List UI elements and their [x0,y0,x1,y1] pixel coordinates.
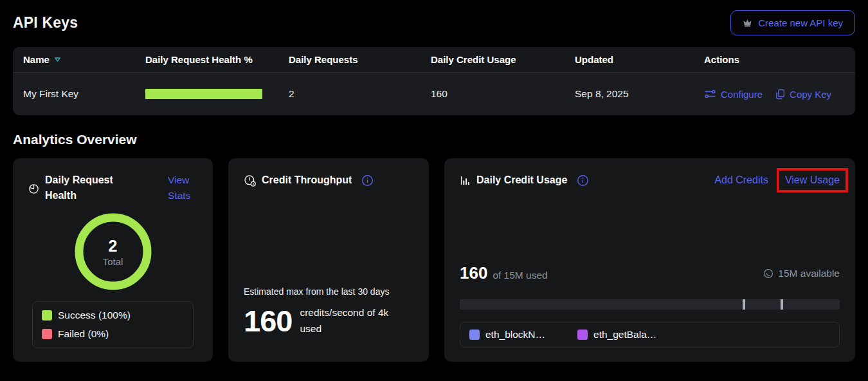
daily-credit-usage-value: 160 [431,88,575,100]
success-label: Success (100%) [58,310,131,321]
key-name: My First Key [23,88,145,100]
throughput-value-row: 160 credits/second of 4k used [244,303,413,339]
health-card-title: Daily Request Health [45,172,123,203]
copy-key-label: Copy Key [790,89,831,100]
bar-chart-icon [460,175,471,186]
updated-value: Sep 8, 2025 [575,88,704,100]
table-header-row: Name Daily Request Health % Daily Reques… [13,47,855,73]
gauge-icon [244,174,256,187]
throughput-value: 160 [244,303,292,339]
add-credits-link[interactable]: Add Credits [714,174,768,186]
daily-credit-usage-card: Daily Credit Usage Add Credits View Usag… [444,158,855,362]
legend-item-eth-blocknumber: eth_blockN… [469,329,545,340]
credits-used-suffix: of 15M used [493,270,547,281]
sort-descending-icon[interactable] [54,57,61,62]
throughput-unit: credits/second of 4k used [300,305,408,336]
health-donut-chart: 2 Total [73,212,153,292]
throughput-card-title: Credit Throughput [262,172,352,188]
progress-threshold-tick-1 [743,299,745,310]
eth-getbalance-swatch [577,330,588,340]
progress-threshold-tick-2 [781,299,783,310]
usage-progress-bar [460,299,840,310]
configure-button[interactable]: Configure [704,89,763,100]
column-actions: Actions [704,54,845,65]
failed-swatch [42,329,52,339]
column-daily-credit-usage: Daily Credit Usage [431,54,575,65]
success-swatch [42,310,52,321]
health-legend: Success (100%) Failed (0%) [32,301,194,348]
throughput-card-header: Credit Throughput [244,172,413,188]
donut-total-value: 2 [109,237,118,256]
api-keys-table: Name Daily Request Health % Daily Reques… [13,47,855,115]
view-stats-link[interactable]: View Stats [168,172,197,203]
usage-summary-row: 160 of 15M used 15M available [460,263,840,283]
dashboard-page: API Keys Create new API key Name Daily R… [0,0,868,362]
pie-chart-icon [28,183,39,194]
donut-total-label: Total [103,256,123,267]
health-bar-cell [145,89,289,99]
sliders-icon [704,89,716,98]
analytics-overview-title: Analytics Overview [13,132,855,147]
health-card-header: Daily Request Health View Stats [28,172,197,203]
usage-card-header: Daily Credit Usage Add Credits View Usag… [460,172,840,188]
legend-item-success: Success (100%) [42,310,184,321]
health-bar [145,89,262,99]
coin-icon [763,268,773,279]
daily-requests-value: 2 [289,88,431,100]
credits-available-label: 15M available [778,268,840,279]
donut-center: 2 Total [73,212,153,292]
credit-throughput-card: Credit Throughput Estimated max from the… [228,158,429,362]
copy-icon [775,89,785,100]
create-api-key-label: Create new API key [758,17,843,28]
api-keys-header: API Keys Create new API key [13,10,855,35]
column-updated: Updated [575,54,704,65]
usage-card-title: Daily Credit Usage [476,172,567,188]
info-icon[interactable] [361,174,374,187]
credits-used-value: 160 [460,263,487,283]
actions-cell: Configure Copy Key [704,89,845,100]
failed-label: Failed (0%) [58,328,109,340]
daily-request-health-card: Daily Request Health View Stats 2 Total … [13,158,213,362]
column-health: Daily Request Health % [145,54,289,65]
eth-blocknumber-swatch [469,330,480,340]
credits-available: 15M available [763,268,840,279]
eth-getbalance-label: eth_getBala… [593,329,656,340]
column-daily-requests: Daily Requests [289,54,431,65]
legend-item-eth-getbalance: eth_getBala… [577,329,656,340]
legend-item-failed: Failed (0%) [42,328,184,340]
crown-icon [743,19,752,27]
throughput-subtitle: Estimated max from the last 30 days [244,286,413,297]
table-row[interactable]: My First Key 2 160 Sep 8, 2025 Configure… [13,73,855,115]
create-api-key-button[interactable]: Create new API key [730,10,855,35]
copy-key-button[interactable]: Copy Key [775,89,831,100]
column-name-label: Name [23,54,50,65]
configure-label: Configure [721,89,763,100]
red-annotation-highlight: View Usage [777,168,848,192]
column-name[interactable]: Name [23,54,145,65]
view-usage-link[interactable]: View Usage [785,174,840,185]
usage-card-links: Add Credits View Usage [714,174,840,186]
info-icon[interactable] [577,174,589,187]
analytics-cards: Daily Request Health View Stats 2 Total … [13,158,855,362]
eth-blocknumber-label: eth_blockN… [485,329,545,340]
usage-legend: eth_blockN… eth_getBala… [460,322,840,348]
page-title: API Keys [13,14,78,32]
